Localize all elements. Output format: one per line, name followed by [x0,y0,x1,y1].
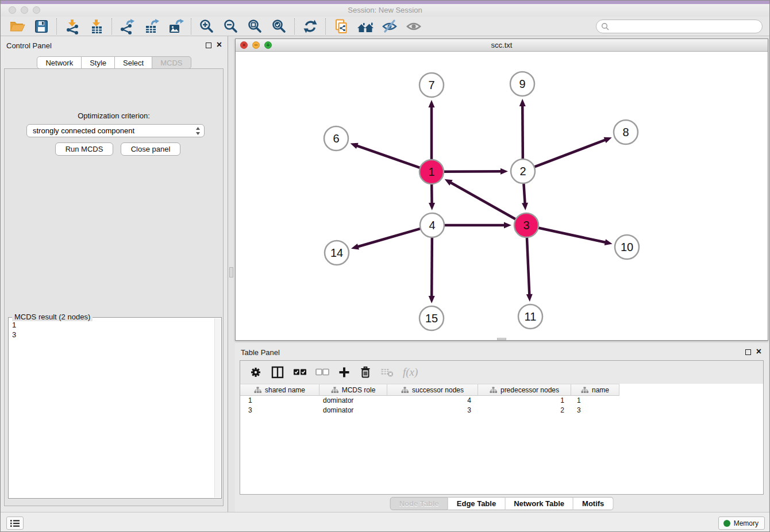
zoom-selected-button[interactable] [267,17,291,36]
table-column-icon [254,387,261,394]
cell-name[interactable]: 1 [571,396,619,406]
delete-row-button[interactable] [359,366,372,379]
column-header-mcds-role[interactable]: MCDS role [319,384,387,396]
network-canvas[interactable]: 7968124314101511 [236,52,768,340]
network-window-resize-grip[interactable] [497,338,506,340]
table-toolbar: f(x) [240,361,763,384]
graph-node-label-6: 6 [333,132,339,145]
export-table-button[interactable] [140,17,164,36]
export-image-button[interactable] [164,17,188,36]
deselect-all-icon [315,368,329,376]
edge-1-6[interactable] [355,145,420,168]
trash-icon [359,366,372,379]
refresh-button[interactable] [298,17,322,36]
list-icon [10,519,20,527]
edge-2-8[interactable] [534,139,607,167]
tab-mcds[interactable]: MCDS [152,56,191,69]
graph-node-label-10: 10 [621,241,633,253]
copy-network-view-button[interactable] [329,17,353,36]
column-header-predecessor-nodes[interactable]: predecessor nodes [478,384,571,396]
cell-successor-nodes[interactable]: 3 [387,406,478,415]
table-settings-button[interactable] [249,366,262,379]
edge-4-14[interactable] [356,229,421,247]
column-header-successor-nodes[interactable]: successor nodes [387,384,478,396]
cell-predecessor-nodes[interactable]: 1 [478,396,571,406]
result-scrollbar[interactable] [214,318,221,498]
edge-3-11[interactable] [527,237,530,296]
select-stepper-icon [195,126,201,136]
table-row[interactable]: 3dominator323 [240,406,763,415]
status-bar: Memory [1,512,769,532]
run-mcds-button[interactable]: Run MCDS [55,142,113,156]
cell-successor-nodes[interactable]: 4 [387,396,478,406]
show-panel-button[interactable] [402,17,426,36]
edge-4-15[interactable] [432,237,432,298]
select-all-button[interactable] [293,368,307,376]
edge-arrow-3-11 [526,294,533,302]
edge-3-1[interactable] [449,182,515,219]
close-table-panel-icon[interactable]: × [756,346,761,357]
tab-select[interactable]: Select [115,56,152,69]
zoom-in-button[interactable] [195,17,219,36]
edge-arrow-4-14 [351,244,359,250]
tab-motifs[interactable]: Motifs [573,497,613,510]
tab-network-table[interactable]: Network Table [505,497,573,510]
import-table-button[interactable] [84,17,109,36]
float-panel-icon[interactable] [206,43,211,48]
export-network-button[interactable] [116,17,140,36]
open-folder-icon [9,18,25,34]
zoom-out-button[interactable] [219,17,243,36]
search-box[interactable] [596,20,763,33]
graph-node-label-11: 11 [525,310,537,323]
network-window-titlebar[interactable]: × − + scc.txt [236,39,768,52]
cell-name[interactable]: 3 [571,406,619,415]
zoom-fit-icon [247,18,263,34]
panel-splitter[interactable] [228,36,235,512]
titlebar: Session: New Session [1,4,769,17]
cell-mcds-role[interactable]: dominator [319,396,387,406]
table-columns-button[interactable] [271,365,284,379]
zoom-fit-button[interactable] [243,17,267,36]
close-panel-icon[interactable]: × [217,40,222,50]
toolbar-separator [191,18,192,34]
open-file-button[interactable] [5,17,29,36]
network-graph[interactable]: 7968124314101511 [236,52,768,340]
save-session-button[interactable] [29,17,53,36]
tab-network[interactable]: Network [37,56,82,69]
cell-shared-name[interactable]: 1 [240,396,319,406]
cell-shared-name[interactable]: 3 [240,406,319,415]
criterion-select[interactable]: strongly connected component [26,124,205,137]
import-table-icon [88,18,105,34]
tab-style[interactable]: Style [82,56,115,69]
float-table-panel-icon[interactable] [745,349,751,355]
add-row-button[interactable] [338,366,351,379]
table-row[interactable]: 1dominator411 [240,396,763,406]
column-header-shared-name[interactable]: shared name [240,384,319,396]
close-panel-button[interactable]: Close panel [121,142,180,156]
column-header-name[interactable]: name [571,384,619,396]
hide-panel-button[interactable] [378,17,402,36]
cell-mcds-role[interactable]: dominator [319,406,387,415]
splitter-grip[interactable] [229,267,233,277]
edge-1-2[interactable] [444,171,503,172]
edge-2-3[interactable] [523,183,525,205]
edge-2-9[interactable] [522,104,523,159]
toolbar-separator [56,18,57,34]
edge-3-10[interactable] [538,228,607,242]
edge-arrow-2-3 [522,203,528,210]
home-button[interactable] [353,17,378,36]
zoom-selected-icon [271,18,287,34]
cell-predecessor-nodes[interactable]: 2 [478,406,571,415]
delete-table-button [380,367,394,378]
memory-button[interactable]: Memory [718,516,765,530]
tab-node-table[interactable]: Node Table [390,497,448,510]
task-history-button[interactable] [6,516,24,530]
deselect-all-button[interactable] [315,368,329,376]
columns-icon [271,365,284,379]
import-network-button[interactable] [60,17,84,36]
column-header-label: name [592,386,609,394]
search-input[interactable] [609,21,762,32]
control-panel: Control Panel × NetworkStyleSelectMCDS O… [1,36,228,512]
tab-edge-table[interactable]: Edge Table [448,497,505,510]
eye-icon [406,18,422,34]
